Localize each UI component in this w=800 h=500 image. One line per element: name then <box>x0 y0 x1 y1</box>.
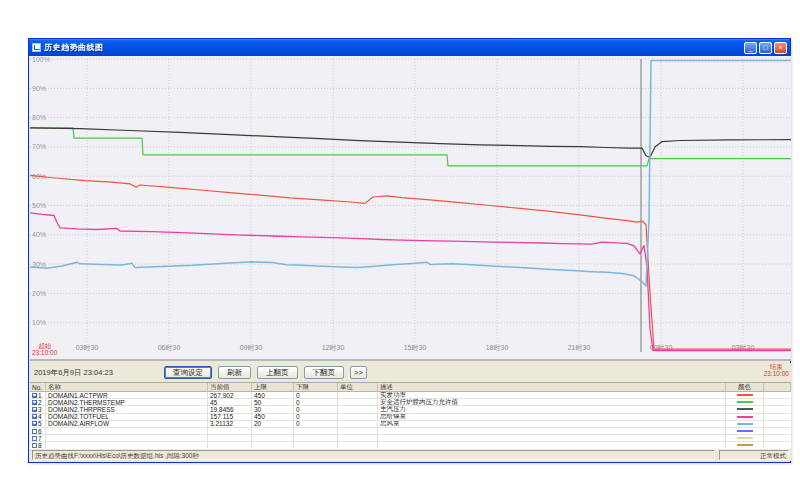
close-button[interactable]: × <box>774 42 787 54</box>
row-checkbox[interactable] <box>32 421 37 426</box>
x-axis-label: 09时30 <box>240 344 263 351</box>
table-header-row: No. 名称 当前值 上限 下限 单位 描述 颜色 <box>30 383 791 392</box>
status-mode: 正常模式 <box>719 450 789 460</box>
row-upper-limit: 20 <box>252 421 294 427</box>
row-no: 3 <box>30 406 46 412</box>
row-upper-limit: 450 <box>252 392 294 398</box>
row-checkbox[interactable] <box>32 429 37 434</box>
row-checkbox[interactable] <box>32 400 37 405</box>
x-axis-label: 06时30 <box>158 344 181 351</box>
row-tag-name <box>46 435 208 441</box>
row-upper-limit: 50 <box>252 399 294 405</box>
series-DOMAIN2.THRPRESS <box>30 128 791 157</box>
series-DOMAIN2.AIRFLOW <box>30 61 791 287</box>
status-bar: 历史趋势曲线F:\xxxx\His\Eco\历史数据组.his ,间隔:300秒… <box>30 448 791 461</box>
row-lower-limit <box>294 428 338 434</box>
row-filler <box>764 435 791 441</box>
row-color <box>726 435 764 441</box>
row-unit <box>338 406 378 412</box>
table-row[interactable]: 6 <box>30 428 791 435</box>
row-color-swatch <box>737 437 753 439</box>
row-upper-limit: 30 <box>252 406 294 412</box>
row-tag-name <box>46 428 208 434</box>
y-axis-label: 10% <box>32 319 46 326</box>
row-unit <box>338 435 378 441</box>
row-unit <box>338 428 378 434</box>
row-description <box>378 435 726 441</box>
row-no: 2 <box>30 399 46 405</box>
row-checkbox[interactable] <box>32 393 37 398</box>
row-lower-limit: 0 <box>294 399 338 405</box>
table-body: 1DOMAIN1.ACTPWR267.9024500实发功率2DOMAIN2.T… <box>30 392 791 450</box>
row-filler <box>764 414 791 420</box>
row-color-swatch <box>737 416 753 418</box>
col-lo: 下限 <box>294 383 338 391</box>
row-color-swatch <box>737 394 753 396</box>
row-description: 总给煤量 <box>378 414 726 420</box>
x-axis-label: 18时30 <box>486 344 509 351</box>
status-file-info: 历史趋势曲线F:\xxxx\His\Eco\历史数据组.his ,间隔:300秒 <box>32 450 715 460</box>
refresh-button[interactable]: 刷新 <box>218 366 251 379</box>
row-color-swatch <box>737 423 753 425</box>
row-current-value: 19.8456 <box>208 406 252 412</box>
maximize-button[interactable]: □ <box>759 42 772 54</box>
history-trend-window: 历史趋势曲线图 _ □ × 100%90%80%70%60%50%40%30%2… <box>28 38 791 463</box>
row-checkbox[interactable] <box>32 407 37 412</box>
table-row[interactable]: 3DOMAIN2.THRPRESS19.8456300主汽压力 <box>30 406 791 413</box>
row-current-value: 267.902 <box>208 392 252 398</box>
x-axis-label: 15时30 <box>404 344 427 351</box>
page-up-button[interactable]: 上翻页 <box>257 366 298 379</box>
title-bar[interactable]: 历史趋势曲线图 _ □ × <box>29 39 790 56</box>
x-axis-label: 12时30 <box>322 344 345 351</box>
row-upper-limit: 450 <box>252 414 294 420</box>
row-upper-limit <box>252 428 294 434</box>
row-color-swatch <box>737 444 753 446</box>
page-down-button[interactable]: 下翻页 <box>304 366 345 379</box>
x-axis-label: 21时30 <box>568 344 591 351</box>
y-axis-label: 70% <box>32 143 46 150</box>
chart-icon <box>32 43 41 52</box>
minimize-button[interactable]: _ <box>744 42 757 54</box>
row-checkbox[interactable] <box>32 436 37 441</box>
row-lower-limit: 0 <box>294 421 338 427</box>
row-unit <box>338 414 378 420</box>
row-no: 1 <box>30 392 46 398</box>
toolbar: 2019年6月9日 23:04:23 查询设定 刷新 上翻页 下翻页 >> 结束… <box>30 363 791 382</box>
y-axis-label: 40% <box>32 231 46 238</box>
row-checkbox[interactable] <box>32 414 37 419</box>
row-color-swatch <box>737 430 753 432</box>
row-tag-name: DOMAIN2.THRPRESS <box>46 406 208 412</box>
table-row[interactable]: 4DOMAIN2.TOTFUEL157.1154500总给煤量 <box>30 414 791 421</box>
row-current-value <box>208 435 252 441</box>
row-color <box>726 414 764 420</box>
row-no: 7 <box>30 435 46 441</box>
more-button[interactable]: >> <box>350 366 367 379</box>
row-color-swatch <box>737 408 753 410</box>
row-tag-name: DOMAIN1.ACTPWR <box>46 392 208 398</box>
y-axis-label: 80% <box>32 114 46 121</box>
table-row[interactable]: 5DOMAIN2.AIRFLOW3.21132200总风量 <box>30 421 791 428</box>
row-filler <box>764 428 791 434</box>
row-color <box>726 421 764 427</box>
y-axis-label: 90% <box>32 85 46 92</box>
row-filler <box>764 406 791 412</box>
row-no: 6 <box>30 428 46 434</box>
row-tag-name: DOMAIN2.THERMSTEMP <box>46 399 208 405</box>
row-current-value <box>208 428 252 434</box>
row-current-value: 157.115 <box>208 414 252 420</box>
row-filler <box>764 421 791 427</box>
y-axis-label: 50% <box>32 202 46 209</box>
table-row[interactable]: 7 <box>30 435 791 442</box>
row-unit <box>338 399 378 405</box>
table-row[interactable]: 2DOMAIN2.THERMSTEMP45500安全运行炉膛内压力允许值 <box>30 399 791 406</box>
row-lower-limit <box>294 435 338 441</box>
trend-chart[interactable]: 100%90%80%70%60%50%40%30%20%10%03时3006时3… <box>30 56 791 361</box>
row-filler <box>764 399 791 405</box>
series-DOMAIN2.TOTFUEL <box>30 213 791 351</box>
col-name: 名称 <box>46 383 208 391</box>
row-filler <box>764 392 791 398</box>
row-description: 主汽压力 <box>378 406 726 412</box>
query-settings-button[interactable]: 查询设定 <box>164 366 212 379</box>
table-row[interactable]: 1DOMAIN1.ACTPWR267.9024500实发功率 <box>30 392 791 399</box>
col-color: 颜色 <box>726 383 764 391</box>
